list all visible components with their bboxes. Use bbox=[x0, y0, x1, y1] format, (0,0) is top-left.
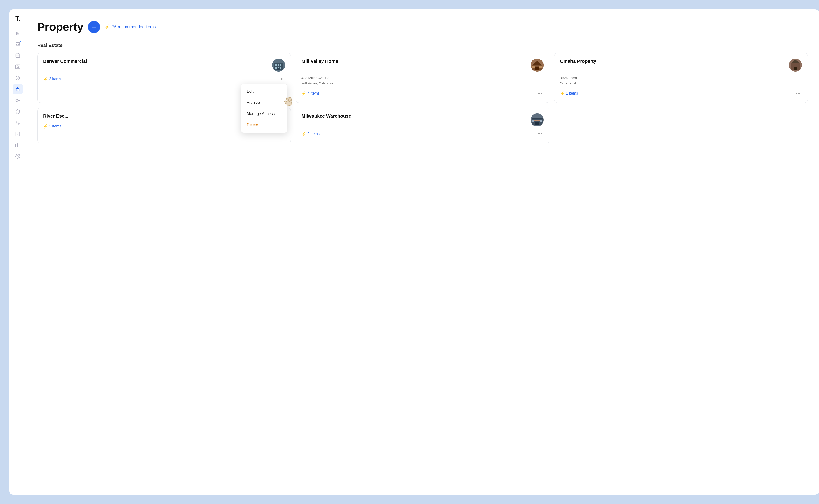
sidebar-item-settings[interactable] bbox=[13, 151, 23, 161]
address-line2: Mill Valley, California bbox=[301, 81, 543, 86]
items-count: 4 items bbox=[308, 91, 320, 95]
sidebar-item-contacts[interactable] bbox=[13, 62, 23, 72]
sidebar-item-buildings[interactable] bbox=[13, 140, 23, 150]
card-title: Milwaukee Warehouse bbox=[301, 113, 351, 119]
card-title: Mill Valley Home bbox=[301, 59, 338, 64]
sidebar-item-calendar[interactable] bbox=[13, 50, 23, 61]
card-title: River Esc... bbox=[43, 113, 68, 119]
card-header: Omaha Property bbox=[560, 59, 802, 72]
address-line1: 493 Miller Avenue bbox=[301, 75, 543, 81]
more-options-button[interactable]: ••• bbox=[536, 90, 544, 97]
svg-rect-15 bbox=[16, 144, 18, 147]
main-content: Property ⚡ 76 recommended items Real Est… bbox=[26, 9, 819, 495]
svg-rect-50 bbox=[535, 122, 539, 125]
page-title: Property bbox=[37, 21, 83, 33]
card-footer: ⚡ 1 items ••• bbox=[560, 90, 802, 97]
svg-point-7 bbox=[16, 99, 18, 101]
dropdown-menu: Edit Archive Manage Access Delete bbox=[241, 84, 287, 133]
card-milwaukee: Milwaukee Warehouse bbox=[296, 108, 549, 143]
card-title: Omaha Property bbox=[560, 59, 596, 64]
more-options-button[interactable]: ••• bbox=[795, 90, 802, 97]
items-count: 2 items bbox=[49, 124, 61, 128]
sidebar-item-home[interactable] bbox=[13, 84, 23, 94]
card-header: Mill Valley Home bbox=[301, 59, 543, 72]
svg-rect-34 bbox=[290, 97, 292, 101]
card-footer: ⚡ 2 items ••• bbox=[301, 130, 543, 138]
manage-access-option[interactable]: Manage Access bbox=[241, 108, 287, 119]
delete-option[interactable]: Delete bbox=[241, 119, 287, 131]
svg-rect-26 bbox=[280, 64, 281, 66]
section-title: Real Estate bbox=[37, 43, 808, 48]
svg-rect-40 bbox=[532, 66, 535, 68]
svg-line-10 bbox=[16, 121, 19, 124]
lightning-icon: ⚡ bbox=[43, 77, 48, 81]
lightning-icon: ⚡ bbox=[301, 91, 306, 96]
svg-rect-25 bbox=[278, 64, 279, 66]
card-items: ⚡ 4 items bbox=[301, 91, 320, 96]
card-items: ⚡ 2 items bbox=[301, 132, 320, 136]
ellipsis-icon: ••• bbox=[538, 91, 542, 96]
add-property-button[interactable] bbox=[88, 21, 100, 33]
card-denver: Denver Commercial bbox=[37, 53, 291, 103]
svg-rect-39 bbox=[535, 67, 539, 70]
svg-rect-41 bbox=[539, 66, 542, 68]
card-image bbox=[531, 113, 544, 126]
card-header: Milwaukee Warehouse bbox=[301, 113, 543, 126]
card-millvalley: Mill Valley Home 493 Miller Avenue bbox=[296, 53, 549, 103]
card-footer: ⚡ 4 items ••• bbox=[301, 90, 543, 97]
sidebar-item-grid[interactable]: ⊞ bbox=[13, 28, 23, 38]
card-footer: ⚡ 3 items ••• Edit Archive Manage Access… bbox=[43, 75, 285, 83]
card-address: 493 Miller Avenue Mill Valley, Californi… bbox=[301, 75, 543, 86]
lightning-icon: ⚡ bbox=[105, 25, 110, 30]
svg-point-8 bbox=[16, 121, 17, 122]
sidebar-item-percent[interactable] bbox=[13, 118, 23, 128]
cards-grid: Denver Commercial bbox=[37, 53, 808, 143]
card-title: Denver Commercial bbox=[43, 59, 87, 64]
archive-option[interactable]: Archive bbox=[241, 97, 287, 108]
app-logo: T. bbox=[15, 15, 20, 22]
card-address: 3926 Farm Omaha, N... bbox=[560, 75, 802, 86]
svg-rect-45 bbox=[794, 67, 797, 70]
svg-rect-33 bbox=[288, 97, 290, 101]
sidebar-item-billing[interactable] bbox=[13, 73, 23, 83]
recommended-count: 76 recommended items bbox=[112, 25, 156, 29]
svg-rect-51 bbox=[532, 120, 534, 122]
card-omaha: Omaha Property 3926 Farm Omaha, N... bbox=[554, 53, 808, 103]
svg-point-5 bbox=[17, 66, 18, 67]
recommended-items[interactable]: ⚡ 76 recommended items bbox=[105, 25, 156, 30]
more-options-button[interactable]: ••• bbox=[536, 130, 544, 138]
svg-rect-0 bbox=[16, 54, 20, 58]
ellipsis-icon: ••• bbox=[279, 77, 284, 82]
address-line1: 3926 Farm bbox=[560, 75, 802, 81]
svg-rect-30 bbox=[277, 68, 280, 70]
sidebar-item-report[interactable] bbox=[13, 129, 23, 139]
svg-rect-27 bbox=[275, 67, 277, 69]
inbox-badge bbox=[20, 41, 21, 42]
card-items: ⚡ 3 items bbox=[43, 77, 61, 81]
card-items: ⚡ 1 items bbox=[560, 91, 578, 96]
svg-rect-52 bbox=[540, 120, 542, 122]
items-count: 2 items bbox=[308, 132, 320, 136]
edit-option[interactable]: Edit bbox=[241, 86, 287, 97]
sidebar: T. ⊞ bbox=[9, 9, 26, 495]
items-count: 1 items bbox=[566, 91, 578, 95]
card-image bbox=[789, 59, 802, 72]
sidebar-item-key[interactable] bbox=[13, 95, 23, 105]
card-items: ⚡ 2 items bbox=[43, 124, 61, 129]
page-header: Property ⚡ 76 recommended items bbox=[37, 21, 808, 33]
sidebar-item-insurance[interactable] bbox=[13, 106, 23, 117]
ellipsis-icon: ••• bbox=[796, 91, 801, 96]
ellipsis-icon: ••• bbox=[538, 132, 542, 137]
lightning-icon: ⚡ bbox=[43, 124, 48, 129]
lightning-icon: ⚡ bbox=[560, 91, 565, 96]
items-count: 3 items bbox=[49, 77, 61, 81]
svg-point-19 bbox=[17, 156, 18, 157]
card-image bbox=[272, 59, 285, 72]
svg-point-9 bbox=[18, 123, 19, 124]
address-line2: Omaha, N... bbox=[560, 81, 802, 86]
more-options-button[interactable]: ••• Edit Archive Manage Access Delete bbox=[278, 75, 285, 83]
lightning-icon: ⚡ bbox=[301, 132, 306, 136]
svg-rect-16 bbox=[18, 143, 20, 147]
sidebar-item-inbox[interactable] bbox=[13, 39, 23, 49]
card-image bbox=[531, 59, 544, 72]
